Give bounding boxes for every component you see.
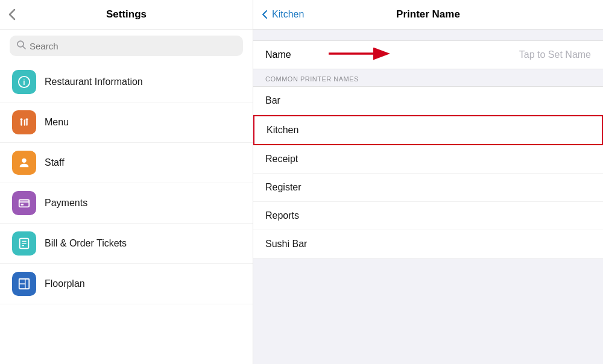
name-row[interactable]: Name Tap to Set Name <box>253 40 603 69</box>
common-printer-names-header: COMMON PRINTER NAMES <box>253 69 603 86</box>
left-header: Settings <box>0 0 253 30</box>
right-back-label: Kitchen <box>272 9 304 20</box>
nav-list: i Restaurant Information Menu Staff Paym… <box>0 62 253 364</box>
svg-line-1 <box>23 46 25 49</box>
sidebar-item-restaurant-information[interactable]: i Restaurant Information <box>0 62 253 102</box>
tickets-icon <box>12 231 36 256</box>
sidebar-item-label: Bill & Order Tickets <box>45 238 127 249</box>
right-back-button[interactable]: Kitchen <box>262 9 304 20</box>
sidebar-item-label: Restaurant Information <box>45 77 143 87</box>
right-panel: Kitchen Printer Name Name Tap to Set Nam… <box>253 0 603 364</box>
menu-icon <box>12 110 36 134</box>
sidebar-item-label: Staff <box>45 157 65 168</box>
sidebar-item-label: Floorplan <box>45 278 85 289</box>
sidebar-item-label: Menu <box>45 117 69 128</box>
left-back-button[interactable] <box>8 8 16 20</box>
svg-text:i: i <box>23 78 25 87</box>
right-header: Kitchen Printer Name <box>253 0 603 30</box>
search-icon <box>17 40 26 51</box>
left-panel: Settings i Restaurant Information Menu <box>0 0 253 364</box>
sidebar-item-bill-order-tickets[interactable]: Bill & Order Tickets <box>0 224 253 264</box>
printer-item-bar[interactable]: Bar <box>253 87 603 115</box>
payments-icon <box>12 191 36 215</box>
svg-rect-10 <box>21 204 24 206</box>
printer-item-reports[interactable]: Reports <box>253 202 603 230</box>
red-arrow-icon <box>326 45 392 65</box>
search-bar[interactable] <box>10 36 243 56</box>
sidebar-item-staff[interactable]: Staff <box>0 143 253 183</box>
left-title: Settings <box>106 8 147 20</box>
sidebar-item-payments[interactable]: Payments <box>0 183 253 224</box>
printer-item-kitchen[interactable]: Kitchen <box>253 115 603 145</box>
search-input[interactable] <box>30 41 236 51</box>
printer-item-sushi-bar[interactable]: Sushi Bar <box>253 230 603 259</box>
sidebar-item-floorplan[interactable]: Floorplan <box>0 264 253 304</box>
staff-icon <box>12 151 36 175</box>
printer-list: Bar Kitchen Receipt Register Reports Sus… <box>253 86 603 259</box>
printer-item-receipt[interactable]: Receipt <box>253 145 603 174</box>
svg-point-7 <box>22 158 26 163</box>
right-title: Printer Name <box>396 8 460 20</box>
name-placeholder: Tap to Set Name <box>519 49 591 60</box>
svg-rect-8 <box>19 200 30 207</box>
printer-item-register[interactable]: Register <box>253 174 603 202</box>
restaurant-information-icon: i <box>12 70 36 94</box>
sidebar-item-menu[interactable]: Menu <box>0 102 253 143</box>
arrow-container: Tap to Set Name <box>308 49 591 60</box>
floorplan-icon <box>12 272 36 296</box>
name-label: Name <box>265 49 302 60</box>
sidebar-item-label: Payments <box>45 198 87 209</box>
